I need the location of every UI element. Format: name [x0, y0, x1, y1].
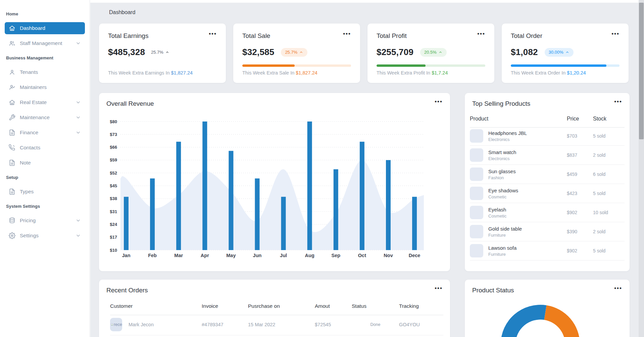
top-selling-header-row: Product Price Stock [470, 116, 625, 128]
stat-cards-row: Total Earnings•••$485,32825.7%This Week … [99, 23, 629, 83]
sidebar-item-dashboard[interactable]: Dashboard [5, 22, 85, 34]
product-category: Electronics [488, 137, 567, 142]
scrollbar-thumb[interactable] [639, 3, 644, 139]
sidebar-item-label: Note [20, 160, 31, 166]
wrench-icon [9, 114, 15, 121]
revenue-bar-jan[interactable] [124, 197, 129, 250]
revenue-bar-mar[interactable] [176, 142, 181, 250]
product-row-eye-shadows[interactable]: Eye shadowsCosmetic$4235 sold [470, 184, 625, 203]
stat-card-total-order: Total Order•••$1,08230.00%This Week Extr… [502, 23, 629, 83]
overall-revenue-card: Overall Revenue ••• $80$73$66$59$52$45$3… [99, 93, 450, 271]
product-price: $902 [567, 210, 593, 215]
product-image-placeholder [470, 225, 483, 238]
revenue-bar-oct[interactable] [360, 142, 364, 250]
stat-card-footer-value: $1,827.24 [171, 70, 193, 76]
stat-card-title: Total Earnings [108, 32, 148, 40]
stat-card-menu-button[interactable]: ••• [611, 32, 620, 36]
top-selling-menu-button[interactable]: ••• [614, 100, 622, 103]
sidebar-item-label: Types [20, 189, 34, 195]
recent-orders-title: Recent Orders [106, 287, 148, 294]
sidebar-item-maintenance[interactable]: Maintenance [5, 111, 85, 124]
product-stock: 6 sold [593, 172, 625, 177]
product-row-eyelash[interactable]: EyelashCosmetic$90210 sold [470, 203, 625, 222]
sidebar-item-staff-management[interactable]: Staff Management [5, 37, 85, 49]
overall-revenue-menu-button[interactable]: ••• [435, 100, 443, 103]
sidebar-item-contacts[interactable]: Contacts [5, 142, 85, 154]
progress-bar-fill [242, 64, 295, 67]
donut-slice-segment-2[interactable] [544, 305, 580, 337]
product-row-lawson-sofa[interactable]: Lawson sofaFurniture$9025 sold [470, 241, 625, 260]
svg-text:Oct: Oct [358, 253, 366, 258]
product-image-placeholder [470, 206, 483, 219]
order-row-mark-jecon[interactable]: receMark Jecon#478934715 Mar 2022$72545D… [110, 314, 443, 335]
customer-name: Mark Jecon [129, 322, 154, 327]
product-category: Cosmetic [488, 213, 567, 219]
svg-text:$31: $31 [110, 209, 117, 214]
product-stock: 5 sold [593, 191, 625, 196]
stat-card-footer-value: $1,20.24 [567, 70, 586, 76]
product-name: Gold side table [488, 226, 567, 232]
sidebar-item-label: Real Estate [20, 99, 47, 105]
column-customer: Customer [110, 303, 202, 309]
sidebar-item-label: Maintenance [20, 114, 50, 121]
svg-text:Apr: Apr [201, 253, 209, 258]
sidebar-item-note[interactable]: Note [5, 157, 85, 169]
svg-text:Feb: Feb [148, 253, 157, 258]
order-row-partial[interactable] [110, 336, 443, 337]
percent-indicator: 25.7% [151, 50, 169, 55]
revenue-bar-dece[interactable] [412, 197, 417, 250]
window-scrollbar[interactable] [639, 0, 644, 337]
file-icon [9, 188, 15, 195]
product-stock: 5 sold [593, 133, 625, 139]
sidebar-item-types[interactable]: Types [5, 186, 85, 198]
stat-card-menu-button[interactable]: ••• [209, 32, 217, 36]
svg-text:May: May [226, 253, 236, 258]
product-row-smart-watch[interactable]: Smart watchElectronics$8372 sold [470, 146, 625, 165]
user-icon [9, 69, 15, 76]
sidebar-item-finance[interactable]: Finance [5, 127, 85, 139]
top-selling-title: Top Selling Products [472, 100, 530, 107]
sidebar-item-label: Finance [20, 130, 38, 136]
product-row-headphones-jbl[interactable]: Headphones JBLElectronics$7035 sold [470, 127, 625, 146]
revenue-bar-sep[interactable] [334, 169, 338, 250]
percent-badge: 25.7% [281, 48, 307, 57]
revenue-bar-feb[interactable] [150, 179, 155, 250]
svg-text:$10: $10 [110, 248, 117, 253]
svg-text:$59: $59 [110, 157, 117, 162]
stat-card-menu-button[interactable]: ••• [477, 32, 485, 36]
svg-text:Sep: Sep [332, 253, 341, 258]
svg-text:Jul: Jul [280, 253, 287, 258]
revenue-bar-apr[interactable] [202, 122, 207, 250]
product-category: Furniture [488, 233, 567, 238]
sidebar-item-maintainers[interactable]: Maintainers [5, 81, 85, 93]
product-image-placeholder [470, 167, 483, 181]
chevron-up-icon [165, 50, 169, 54]
donut-slice-segment-1[interactable] [501, 305, 546, 337]
chevron-down-icon [76, 115, 81, 120]
recent-orders-menu-button[interactable]: ••• [435, 287, 443, 290]
product-status-card: Product Status ••• [465, 280, 630, 337]
revenue-bar-may[interactable] [229, 151, 233, 250]
product-row-sun-glasses[interactable]: Sun glassesFashion$4596 sold [470, 165, 625, 184]
svg-text:$52: $52 [110, 171, 117, 176]
sidebar-item-real-estate[interactable]: Real Estate [5, 96, 85, 108]
top-selling-products-card: Top Selling Products ••• Product Price S… [465, 93, 630, 271]
product-price: $423 [567, 191, 593, 196]
sidebar-item-pricing[interactable]: Pricing [5, 214, 85, 227]
sidebar-item-tenants[interactable]: Tenants [5, 66, 85, 78]
revenue-bar-jul[interactable] [281, 197, 286, 250]
product-price: $837 [567, 152, 593, 158]
sidebar-item-label: Staff Management [20, 40, 62, 46]
revenue-bar-aug[interactable] [307, 122, 312, 250]
gear-icon [9, 232, 15, 239]
stat-card-menu-button[interactable]: ••• [343, 32, 351, 36]
svg-text:$80: $80 [110, 119, 117, 124]
percent-badge: 20.5% [420, 48, 447, 57]
product-category: Cosmetic [488, 194, 567, 199]
product-row-gold-side-table[interactable]: Gold side tableFurniture$3902 sold [470, 222, 625, 241]
progress-bar [242, 64, 351, 67]
stat-card-value: $1,082 [511, 47, 538, 57]
revenue-bar-jun[interactable] [255, 179, 260, 250]
revenue-bar-nov[interactable] [386, 160, 391, 250]
sidebar-item-settings[interactable]: Settings [5, 230, 85, 242]
